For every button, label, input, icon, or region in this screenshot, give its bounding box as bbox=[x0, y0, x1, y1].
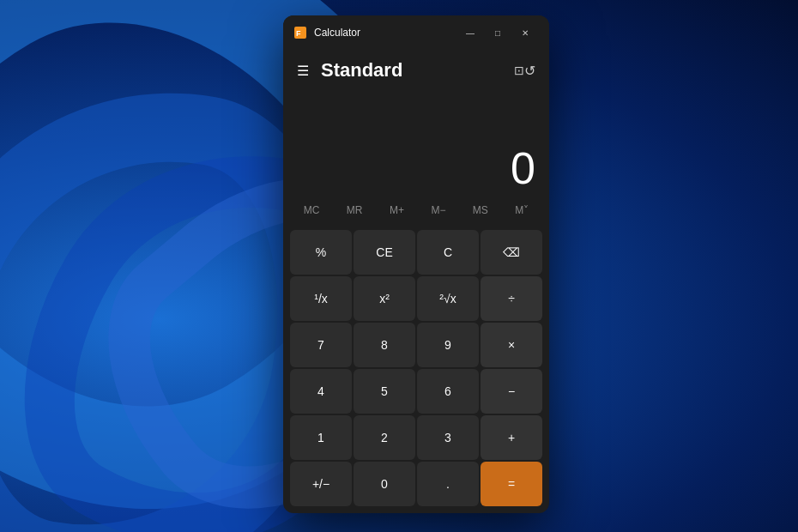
calc-btn--[interactable]: % bbox=[290, 230, 352, 275]
memory-btn-MR[interactable]: MR bbox=[342, 201, 368, 220]
calculator-window: F Calculator — □ ✕ ☰ Standard ⊡ ↺ 0 MCMR… bbox=[283, 15, 549, 513]
calc-btn--[interactable]: − bbox=[481, 369, 542, 414]
window-title: Calculator bbox=[314, 27, 456, 39]
window-controls: — □ ✕ bbox=[456, 22, 539, 43]
memory-row: MCMRM+M−MSM˅ bbox=[283, 197, 549, 227]
calc-btn-4[interactable]: 4 bbox=[290, 369, 352, 414]
mode-title: Standard bbox=[321, 59, 507, 82]
calc-btn-9[interactable]: 9 bbox=[417, 323, 479, 367]
memory-btn-MS[interactable]: MS bbox=[468, 201, 493, 220]
calc-btn-0[interactable]: 0 bbox=[354, 462, 415, 506]
close-button[interactable]: ✕ bbox=[511, 22, 539, 43]
calc-btn--[interactable]: ÷ bbox=[481, 276, 542, 321]
calc-header: ☰ Standard ⊡ ↺ bbox=[283, 50, 549, 91]
calc-btn-7[interactable]: 7 bbox=[290, 323, 352, 367]
calc-btn-3[interactable]: 3 bbox=[417, 415, 479, 460]
calc-btn-1[interactable]: 1 bbox=[290, 415, 352, 460]
calc-btn--[interactable]: = bbox=[481, 462, 542, 506]
mode-switch-icon[interactable]: ⊡ bbox=[514, 63, 524, 77]
calc-btn-2[interactable]: 2 bbox=[354, 415, 415, 460]
display-value: 0 bbox=[511, 146, 535, 190]
memory-btn-M-[interactable]: M+ bbox=[384, 201, 409, 220]
calc-btn--[interactable]: . bbox=[417, 462, 479, 506]
memory-btn-MC[interactable]: MC bbox=[299, 201, 325, 220]
calc-display: 0 bbox=[283, 91, 549, 197]
calc-btn---x[interactable]: ²√x bbox=[417, 276, 479, 321]
minimize-button[interactable]: — bbox=[456, 22, 484, 43]
hamburger-menu-icon[interactable]: ☰ bbox=[297, 63, 309, 79]
calc-btn--[interactable]: ⌫ bbox=[481, 230, 542, 275]
calc-buttons: %CEC⌫¹/xx²²√x÷789×456−123++/−0.= bbox=[283, 227, 549, 513]
maximize-button[interactable]: □ bbox=[484, 22, 511, 43]
calc-btn-8[interactable]: 8 bbox=[354, 323, 415, 367]
calc-btn--[interactable]: + bbox=[481, 415, 542, 460]
calc-btn-6[interactable]: 6 bbox=[417, 369, 479, 414]
history-icon[interactable]: ↺ bbox=[524, 63, 535, 79]
app-icon: F bbox=[293, 26, 307, 39]
calc-btn--[interactable]: × bbox=[481, 323, 542, 367]
calc-btn---x[interactable]: ¹/x bbox=[290, 276, 352, 321]
calc-btn-C[interactable]: C bbox=[417, 230, 479, 275]
title-bar: F Calculator — □ ✕ bbox=[283, 15, 549, 50]
calc-btn-5[interactable]: 5 bbox=[354, 369, 415, 414]
calc-btn----[interactable]: +/− bbox=[290, 462, 352, 506]
memory-btn-M-[interactable]: M˅ bbox=[510, 201, 534, 220]
memory-btn-M-[interactable]: M− bbox=[426, 201, 450, 220]
svg-text:F: F bbox=[296, 29, 301, 38]
calc-btn-CE[interactable]: CE bbox=[354, 230, 415, 275]
calc-btn-x-[interactable]: x² bbox=[354, 276, 415, 321]
